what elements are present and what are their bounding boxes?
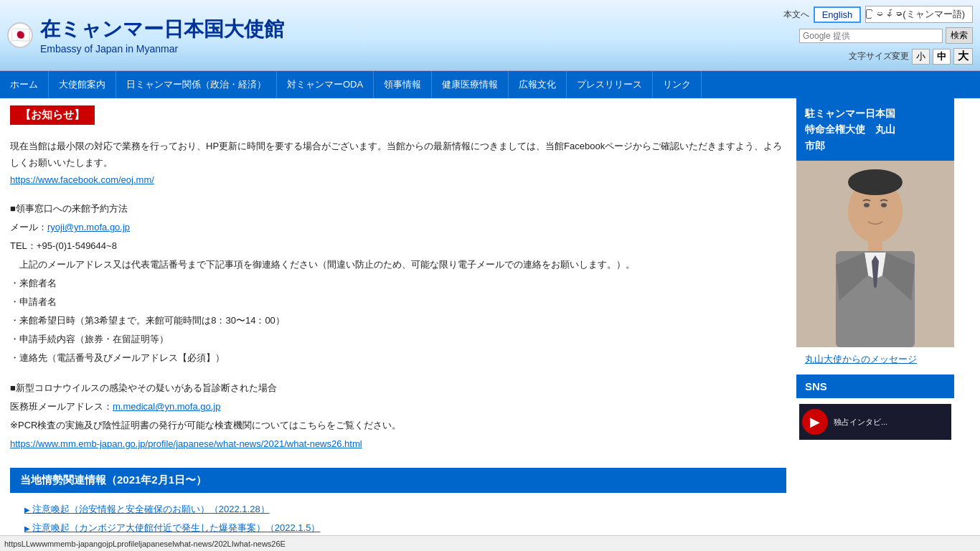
- english-button[interactable]: English: [814, 6, 862, 23]
- covid-section: ■新型コロナウイルスの感染やその疑いがある旨診断された場合 医務班メールアドレス…: [10, 379, 786, 453]
- fontsize-small-button[interactable]: 小: [912, 49, 930, 65]
- covid-mail-address[interactable]: m.medical@yn.mofa.go.jp: [113, 401, 220, 412]
- fontsize-large-button[interactable]: 大: [953, 48, 973, 65]
- sns-box: SNS: [796, 375, 954, 398]
- consulate-tel: TEL：+95-(0)1-549644~8: [10, 237, 786, 255]
- consulate-item: ・来館者名: [10, 274, 786, 293]
- sns-content: ▶ 独占インタビ...: [796, 398, 954, 446]
- header-right: 本文へ English မြန်မာ(ミャンマー語) 検索 文字サイズ変更 小 …: [783, 6, 973, 65]
- content: 【お知らせ】 現在当館は最小限の対応で業務を行っており、HP更新に時間を要する場…: [0, 98, 796, 551]
- consulate-item: ・連絡先（電話番号及びメールアドレス【必須】）: [10, 349, 786, 367]
- fontsize-mid-button[interactable]: 中: [933, 49, 951, 65]
- ambassador-title: 駐ミャンマー日本国特命全権大使 丸山市郎: [805, 108, 895, 151]
- consulate-items: ・来館者名・申請者名・来館希望日時（第3希望まで。来館可能時間は8：30〜14：…: [10, 274, 786, 367]
- facebook-link[interactable]: https://www.facebook.com/eoj.mm/: [10, 174, 154, 185]
- nav-item[interactable]: プレスリリース: [567, 71, 653, 98]
- svg-point-9: [881, 203, 887, 207]
- site-title: 在ミャンマー日本国大使館 Embassy of Japan in Myanmar: [40, 16, 284, 55]
- ambassador-box: 駐ミャンマー日本国特命全権大使 丸山市郎: [796, 98, 954, 161]
- statusbar-url: httpsLLwwwmmemb-japangojpLprofileljapane…: [4, 540, 286, 548]
- situation-header: 当地情勢関連情報（2021年2月1日〜）: [10, 468, 786, 493]
- consulate-mail-address[interactable]: ryoji@yn.mofa.go.jp: [47, 222, 130, 232]
- nav-item[interactable]: 広報文化: [509, 71, 567, 98]
- ambassador-svg: [796, 161, 954, 347]
- main: 【お知らせ】 現在当館は最小限の対応で業務を行っており、HP更新に時間を要する場…: [0, 98, 980, 551]
- nav-item[interactable]: 大使館案内: [49, 71, 116, 98]
- consulate-section: ■領事窓口への来館予約方法 メール：ryoji@yn.mofa.go.jp TE…: [10, 199, 786, 367]
- covid-mail-line: 医務班メールアドレス：m.medical@yn.mofa.go.jp: [10, 397, 786, 416]
- honbun-link[interactable]: 本文へ: [783, 9, 809, 21]
- ambassador-link: 丸山大使からのメッセージ: [796, 347, 954, 372]
- consulate-heading: ■領事窓口への来館予約方法: [10, 199, 786, 218]
- sidebar: 駐ミャンマー日本国特命全権大使 丸山市郎: [796, 98, 954, 551]
- nav-item[interactable]: 対ミャンマーODA: [277, 71, 374, 98]
- fontsize-row: 文字サイズ変更 小 中 大: [849, 48, 973, 65]
- svg-rect-2: [868, 238, 882, 253]
- search-input[interactable]: [799, 29, 943, 43]
- site-title-en: Embassy of Japan in Myanmar: [40, 43, 284, 55]
- consulate-mail-label: メール：: [10, 222, 47, 232]
- myanmar-button[interactable]: မြန်မာ(ミャンマー語): [865, 6, 973, 23]
- flag-icon: 🇯🇵: [7, 22, 33, 48]
- nav-item[interactable]: 健康医療情報: [432, 71, 509, 98]
- ambassador-photo-inner: [796, 161, 954, 347]
- ambassador-message-link[interactable]: 丸山大使からのメッセージ: [805, 354, 917, 364]
- header-left: 🇯🇵 在ミャンマー日本国大使館 Embassy of Japan in Myan…: [7, 16, 284, 55]
- pcr-link[interactable]: https://www.mm.emb-japan.go.jp/profile/j…: [10, 438, 362, 449]
- covid-heading: ■新型コロナウイルスの感染やその疑いがある旨診断された場合: [10, 379, 786, 397]
- search-button[interactable]: 検索: [946, 27, 973, 44]
- notice-text: 現在当館は最小限の対応で業務を行っており、HP更新に時間を要する場合がございます…: [10, 138, 786, 171]
- pcr-text: ※PCR検査の実施及び陰性証明書の発行が可能な検査機関についてはこちらをご覧くだ…: [10, 416, 786, 435]
- notice-body: 現在当館は最小限の対応で業務を行っており、HP更新に時間を要する場合がございます…: [10, 138, 786, 188]
- header: 🇯🇵 在ミャンマー日本国大使館 Embassy of Japan in Myan…: [0, 0, 980, 71]
- nav-item[interactable]: 領事情報: [374, 71, 432, 98]
- video-label: 独占インタビ...: [834, 417, 887, 428]
- svg-point-8: [864, 203, 870, 207]
- nav-item[interactable]: ホーム: [0, 71, 49, 98]
- consulate-item: ・申請手続内容（旅券・在留証明等）: [10, 330, 786, 349]
- site-title-ja: 在ミャンマー日本国大使館: [40, 16, 284, 43]
- svg-point-10: [848, 169, 903, 195]
- covid-mail-label: 医務班メールアドレス：: [10, 401, 113, 412]
- consulate-item: ・申請者名: [10, 293, 786, 311]
- statusbar: httpsLLwwwmmemb-japangojpLprofileljapane…: [0, 535, 980, 551]
- nav-item[interactable]: 日ミャンマー関係（政治・経済）: [116, 71, 277, 98]
- consulate-item: ・来館希望日時（第3希望まで。来館可能時間は8：30〜14：00）: [10, 311, 786, 330]
- consulate-note: 上記のメールアドレス又は代表電話番号まで下記事項を御連絡ください（間違い防止のた…: [10, 255, 786, 274]
- nav-item[interactable]: リンク: [653, 71, 702, 98]
- consulate-mail-line: メール：ryoji@yn.mofa.go.jp: [10, 218, 786, 237]
- fontsize-label: 文字サイズ変更: [849, 50, 909, 62]
- search-row: 検索: [799, 27, 973, 44]
- situation-link[interactable]: 注意喚起（治安情報と安全確保のお願い）（2022.1.28）: [24, 500, 772, 519]
- lang-row: 本文へ English မြန်မာ(ミャンマー語): [783, 6, 973, 23]
- notice-header: 【お知らせ】: [10, 105, 95, 125]
- play-icon: ▶: [802, 409, 828, 435]
- nav: ホーム大使館案内日ミャンマー関係（政治・経済）対ミャンマーODA領事情報健康医療…: [0, 71, 980, 98]
- ambassador-photo: [796, 161, 954, 347]
- video-thumbnail[interactable]: ▶ 独占インタビ...: [799, 404, 951, 440]
